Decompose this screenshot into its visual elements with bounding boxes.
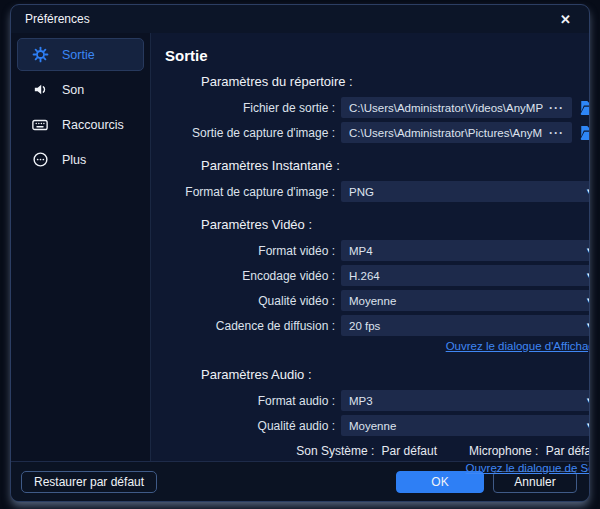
microphone-status: Microphone : Par défaut xyxy=(465,444,590,458)
gear-icon xyxy=(31,46,49,64)
section-title-audio: Paramètres Audio : xyxy=(201,367,590,382)
section-title-directory: Paramètres du répertoire : xyxy=(201,74,590,89)
field-label: Encodage vidéo : xyxy=(165,269,341,283)
snapshot-output-row: Sortie de capture d'image : C:\Users\Adm… xyxy=(165,122,590,143)
close-icon[interactable]: ✕ xyxy=(556,11,575,28)
chevron-down-icon: ▼ xyxy=(585,421,590,430)
sidebar-item-label: Son xyxy=(62,83,84,97)
output-file-field[interactable]: C:\Users\Administrator\Videos\AnyMP ··· xyxy=(341,97,572,118)
field-label: Format audio : xyxy=(165,394,341,408)
snapshot-format-select[interactable]: PNG ▼ xyxy=(341,181,590,202)
frame-rate-row: Cadence de diffusion : 20 fps ▼ xyxy=(165,315,590,336)
snapshot-format-row: Format de capture d'image : PNG ▼ xyxy=(165,181,590,202)
audio-quality-select[interactable]: Moyenne ▼ xyxy=(341,415,590,436)
select-value: PNG xyxy=(349,186,374,198)
system-sound-value: Par défaut xyxy=(378,444,437,458)
sidebar-item-son[interactable]: Son xyxy=(17,73,144,106)
audio-devices-row: Son Système : Par défaut Microphone : Pa… xyxy=(165,444,590,458)
path-value: C:\Users\Administrator\Pictures\AnyM xyxy=(349,127,543,139)
snapshot-output-field[interactable]: C:\Users\Administrator\Pictures\AnyM ··· xyxy=(341,122,572,143)
chevron-down-icon: ▼ xyxy=(585,271,590,280)
folder-icon xyxy=(580,125,590,141)
chevron-down-icon: ▼ xyxy=(585,396,590,405)
sidebar-item-label: Raccourcis xyxy=(62,118,124,132)
folder-icon xyxy=(580,100,590,116)
output-file-row: Fichier de sortie : C:\Users\Administrat… xyxy=(165,97,590,118)
video-codec-select[interactable]: H.264 ▼ xyxy=(341,265,590,286)
preferences-dialog: Préférences ✕ Sortie xyxy=(10,4,590,502)
audio-quality-row: Qualité audio : Moyenne ▼ xyxy=(165,415,590,436)
speaker-icon xyxy=(31,81,49,99)
field-label: Fichier de sortie : xyxy=(165,101,341,115)
sound-dialog-link[interactable]: Ouvrez le dialogue de Son xyxy=(466,462,590,474)
audio-format-select[interactable]: MP3 ▼ xyxy=(341,390,590,411)
open-folder-button[interactable] xyxy=(579,100,590,116)
select-value: MP4 xyxy=(349,245,373,257)
chevron-down-icon: ▼ xyxy=(585,296,590,305)
open-folder-button[interactable] xyxy=(579,125,590,141)
audio-format-row: Format audio : MP3 ▼ xyxy=(165,390,590,411)
microphone-label: Microphone : xyxy=(465,444,538,458)
select-value: H.264 xyxy=(349,270,380,282)
browse-ellipsis-icon[interactable]: ··· xyxy=(543,101,564,115)
sidebar-item-label: Plus xyxy=(62,153,86,167)
field-label: Qualité vidéo : xyxy=(165,294,341,308)
sidebar-item-raccourcis[interactable]: Raccourcis xyxy=(17,108,144,141)
sidebar-item-plus[interactable]: Plus xyxy=(17,143,144,176)
field-label: Sortie de capture d'image : xyxy=(165,126,341,140)
select-value: Moyenne xyxy=(349,420,396,432)
chevron-down-icon: ▼ xyxy=(585,321,590,330)
field-label: Qualité audio : xyxy=(165,419,341,433)
restore-defaults-button[interactable]: Restaurer par défaut xyxy=(21,471,157,493)
field-label: Cadence de diffusion : xyxy=(165,319,341,333)
chevron-down-icon: ▼ xyxy=(585,187,590,196)
frame-rate-select[interactable]: 20 fps ▼ xyxy=(341,315,590,336)
video-format-select[interactable]: MP4 ▼ xyxy=(341,240,590,261)
video-quality-row: Qualité vidéo : Moyenne ▼ xyxy=(165,290,590,311)
browse-ellipsis-icon[interactable]: ··· xyxy=(543,126,564,140)
field-label: Format vidéo : xyxy=(165,244,341,258)
microphone-value: Par défaut xyxy=(542,444,590,458)
keyboard-icon xyxy=(31,116,49,134)
field-label: Format de capture d'image : xyxy=(165,185,341,199)
video-quality-select[interactable]: Moyenne ▼ xyxy=(341,290,590,311)
section-title-video: Paramètres Vidéo : xyxy=(201,217,590,232)
sidebar-item-sortie[interactable]: Sortie xyxy=(17,38,144,71)
video-codec-row: Encodage vidéo : H.264 ▼ xyxy=(165,265,590,286)
display-dialog-link[interactable]: Ouvrez le dialogue d'Affichage xyxy=(446,340,590,352)
path-value: C:\Users\Administrator\Videos\AnyMP xyxy=(349,102,543,114)
sidebar: Sortie Son xyxy=(11,33,151,461)
settings-panel: Sortie Paramètres du répertoire : Fichie… xyxy=(151,33,590,461)
select-value: MP3 xyxy=(349,395,373,407)
chevron-down-icon: ▼ xyxy=(585,246,590,255)
section-title-snapshot: Paramètres Instantané : xyxy=(201,158,590,173)
more-circle-icon xyxy=(31,151,49,169)
dialog-title: Préférences xyxy=(25,12,90,26)
page-title: Sortie xyxy=(165,47,590,64)
sidebar-item-label: Sortie xyxy=(62,48,95,62)
video-format-row: Format vidéo : MP4 ▼ xyxy=(165,240,590,261)
system-sound-label: Son Système : xyxy=(292,444,374,458)
title-bar: Préférences ✕ xyxy=(11,5,589,33)
select-value: 20 fps xyxy=(349,320,380,332)
system-sound-status: Son Système : Par défaut xyxy=(292,444,437,458)
select-value: Moyenne xyxy=(349,295,396,307)
